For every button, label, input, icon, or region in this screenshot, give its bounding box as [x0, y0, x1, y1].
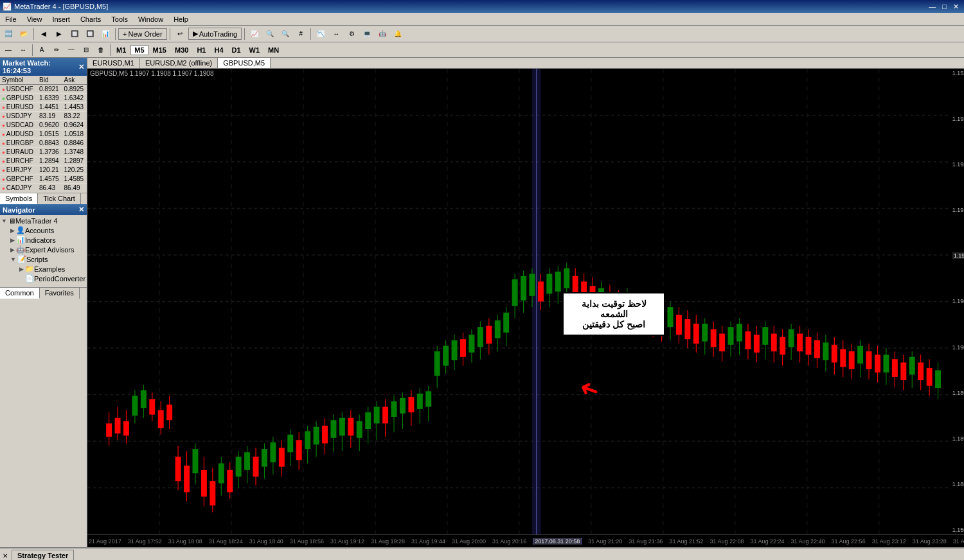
svg-rect-216 — [935, 371, 941, 389]
nav-item-indicators[interactable]: ▶ 📊 Indicators — [1, 235, 85, 245]
toolbar-del[interactable]: 🗑 — [94, 43, 108, 57]
market-row[interactable]: ●EURJPY 120.21 120.25 — [0, 166, 87, 175]
market-row[interactable]: ●USDCHF 0.8921 0.8925 — [0, 85, 87, 94]
nav-item-examples[interactable]: ▶ 📁 Examples — [1, 264, 85, 274]
period-m5[interactable]: M5 — [130, 45, 148, 55]
period-m1[interactable]: M1 — [112, 45, 130, 55]
menu-view[interactable]: View — [22, 14, 48, 24]
new-order-button[interactable]: + New Order — [118, 28, 167, 40]
toolbar-chart[interactable]: 📊 — [98, 27, 112, 41]
nav-item-expert-advisors[interactable]: ▶ 🤖 Expert Advisors — [1, 245, 85, 254]
market-row[interactable]: ●EURCHF 1.2894 1.2897 — [0, 157, 87, 166]
annotation-line2: اصبح كل دقيقتين — [571, 319, 656, 329]
nav-item-metatrader4[interactable]: ▼ 🖥 MetaTrader 4 — [1, 216, 85, 225]
market-row[interactable]: ●EURUSD 1.4451 1.4453 — [0, 103, 87, 112]
period-m15[interactable]: M15 — [149, 45, 170, 55]
svg-rect-162 — [702, 324, 708, 342]
minimize-button[interactable]: — — [926, 3, 938, 11]
chart-tab-eurusd-m1[interactable]: EURUSD,M1 — [87, 58, 140, 68]
period-w1[interactable]: W1 — [245, 45, 264, 55]
tab-favorites[interactable]: Favorites — [40, 288, 80, 299]
sep3 — [170, 28, 170, 40]
tab-symbols[interactable]: Symbols — [0, 193, 38, 204]
toolbar-line[interactable]: — — [1, 43, 15, 57]
toolbar-grid[interactable]: # — [294, 27, 308, 41]
price-1: 1.1530 — [952, 70, 964, 76]
market-row[interactable]: ●CADJPY 86.43 86.49 — [0, 184, 87, 193]
toolbar-terminal[interactable]: 💻 — [360, 27, 374, 41]
menu-help[interactable]: Help — [168, 14, 193, 24]
svg-rect-188 — [814, 340, 820, 358]
period-h1[interactable]: H1 — [193, 45, 210, 55]
svg-rect-174 — [754, 335, 760, 353]
menu-charts[interactable]: Charts — [75, 14, 106, 24]
chart-tab-gbpusd-m5[interactable]: GBPUSD,M5 — [218, 58, 271, 68]
toolbar-draw[interactable]: ✏ — [49, 43, 64, 57]
toolbar-new[interactable]: 🆕 — [1, 27, 15, 41]
nav-item-period-converter[interactable]: ▶ 📄 PeriodConverter — [1, 274, 85, 283]
market-row[interactable]: ●EURAUD 1.3736 1.3748 — [0, 148, 87, 157]
auto-trading-button[interactable]: ▶ AutoTrading — [188, 28, 242, 40]
maximize-button[interactable]: □ — [940, 3, 949, 11]
navigator-tree: ▼ 🖥 MetaTrader 4 ▶ 👤 Accounts ▶ 📊 Indica… — [0, 215, 87, 284]
toolbar-zoom-minus[interactable]: 🔍 — [278, 27, 292, 41]
market-row[interactable]: ●GBPUSD 1.6339 1.6342 — [0, 94, 87, 103]
menu-insert[interactable]: Insert — [47, 14, 75, 24]
toolbar-text[interactable]: A — [35, 43, 49, 57]
tester-tab-strategy[interactable]: Strategy Tester — [12, 550, 74, 560]
market-row[interactable]: ●GBPCHF 1.4575 1.4585 — [0, 175, 87, 184]
close-tester-icon[interactable]: ✕ — [3, 552, 8, 559]
market-symbol: ●USDJPY — [0, 112, 37, 121]
col-ask: Ask — [62, 76, 87, 85]
period-m30[interactable]: M30 — [171, 45, 192, 55]
toolbar-wave[interactable]: 〰 — [64, 43, 78, 57]
nav-item-scripts[interactable]: ▼ 📝 Scripts — [1, 254, 85, 264]
menu-tools[interactable]: Tools — [106, 14, 133, 24]
period-d1[interactable]: D1 — [228, 45, 245, 55]
toolbar-zoom-plus[interactable]: 🔍 — [263, 27, 277, 41]
period-h4[interactable]: H4 — [210, 45, 227, 55]
svg-rect-54 — [236, 457, 242, 477]
toolbar-back[interactable]: ◀ — [37, 27, 51, 41]
svg-rect-40 — [175, 457, 181, 481]
market-row[interactable]: ●EURGBP 0.8843 0.8846 — [0, 139, 87, 148]
toolbar-zoom-out[interactable]: 🔲 — [83, 27, 97, 41]
market-row[interactable]: ●AUDUSD 1.0515 1.0518 — [0, 130, 87, 139]
svg-rect-118 — [512, 279, 518, 306]
period-mn[interactable]: MN — [264, 45, 283, 55]
menu-file[interactable]: File — [0, 14, 22, 24]
chart-tab-eurusd-m2[interactable]: EURUSD,M2 (offline) — [140, 58, 218, 68]
toolbar-indicators[interactable]: 📈 — [247, 27, 262, 41]
toolbar-forward[interactable]: ▶ — [52, 27, 66, 41]
market-symbol: ●CADJPY — [0, 184, 37, 193]
toolbar-open[interactable]: 📂 — [17, 27, 31, 41]
svg-rect-26 — [115, 418, 121, 433]
market-row[interactable]: ●USDJPY 83.19 83.22 — [0, 112, 87, 121]
market-row[interactable]: ●USDCAD 0.9620 0.9624 — [0, 121, 87, 130]
toolbar-settings[interactable]: ⚙ — [344, 27, 359, 41]
menu-window[interactable]: Window — [133, 14, 168, 24]
svg-rect-202 — [875, 354, 880, 372]
nav-item-accounts[interactable]: ▶ 👤 Accounts — [1, 225, 85, 235]
toolbar-price[interactable]: 📉 — [314, 27, 328, 41]
chart-main[interactable]: GBPUSD,M5 1.1907 1.1908 1.1907 1.1908 — [87, 69, 951, 534]
navigator-close[interactable]: ✕ — [78, 206, 84, 214]
toolbar-arrow[interactable]: ↔ — [16, 43, 30, 57]
market-symbol: ●EURUSD — [0, 103, 37, 112]
toolbar-scroll[interactable]: ↔ — [329, 27, 343, 41]
tab-tick-chart[interactable]: Tick Chart — [38, 193, 81, 204]
toolbar-undo[interactable]: ↩ — [173, 27, 187, 41]
svg-rect-194 — [840, 349, 846, 367]
nav-label-examples: Examples — [34, 265, 65, 273]
toolbar-zoom-in[interactable]: 🔲 — [67, 27, 82, 41]
navigator-panel: Navigator ✕ ▼ 🖥 MetaTrader 4 ▶ 👤 Account… — [0, 204, 87, 547]
tab-common[interactable]: Common — [0, 288, 40, 299]
toolbar-experts[interactable]: 🤖 — [375, 27, 389, 41]
svg-rect-204 — [884, 354, 889, 372]
price-7: 1.1900 — [952, 344, 964, 351]
toolbar-alerts[interactable]: 🔔 — [391, 27, 405, 41]
close-button[interactable]: ✕ — [951, 3, 961, 11]
toolbar-chan[interactable]: ⊟ — [79, 43, 93, 57]
market-watch-close[interactable]: ✕ — [78, 63, 84, 71]
nav-ea-icon: 🤖 — [16, 245, 25, 254]
